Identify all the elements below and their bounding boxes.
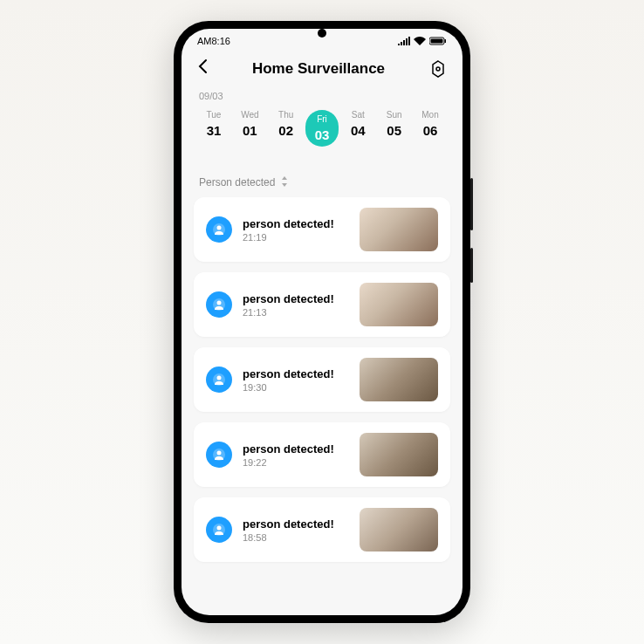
day-number: 31 <box>207 123 222 138</box>
event-item[interactable]: person detected! 21:13 <box>194 272 450 337</box>
event-item[interactable]: person detected! 19:30 <box>194 347 450 412</box>
day-number: 04 <box>351 123 366 138</box>
person-icon <box>206 442 232 468</box>
event-time: 21:13 <box>243 307 349 318</box>
svg-point-7 <box>217 301 222 305</box>
event-thumbnail[interactable] <box>360 508 438 552</box>
filter-label: Person detected <box>199 176 275 188</box>
svg-point-11 <box>217 451 222 456</box>
calendar-strip[interactable]: Tue31Wed01Thu02Fri03Sat04Sun05Mon06 <box>182 105 462 161</box>
calendar-day[interactable]: Sat04 <box>341 110 374 147</box>
event-title: person detected! <box>243 217 349 230</box>
event-time: 19:22 <box>243 457 349 468</box>
person-icon <box>206 517 232 543</box>
event-time: 18:58 <box>243 532 349 543</box>
day-name: Mon <box>421 110 438 120</box>
day-number: 05 <box>387 123 401 138</box>
back-button[interactable] <box>197 58 208 79</box>
calendar-day[interactable]: Tue31 <box>197 110 230 147</box>
volume-button <box>470 178 473 230</box>
wifi-icon <box>414 37 426 45</box>
event-title: person detected! <box>243 292 349 305</box>
day-name: Fri <box>317 114 327 124</box>
event-text: person detected! 21:19 <box>243 217 349 243</box>
event-time: 19:30 <box>243 382 349 393</box>
page-header: Home Surveillance <box>182 50 462 87</box>
day-number: 06 <box>423 123 438 138</box>
calendar-day[interactable]: Thu02 <box>270 110 303 147</box>
day-name: Wed <box>241 110 258 120</box>
svg-point-13 <box>217 526 222 531</box>
person-icon <box>206 291 232 318</box>
event-time: 21:19 <box>243 232 349 243</box>
day-number: 01 <box>243 123 257 138</box>
svg-point-9 <box>217 376 222 380</box>
person-icon <box>206 216 232 243</box>
event-item[interactable]: person detected! 19:22 <box>194 422 450 487</box>
event-item[interactable]: person detected! 21:19 <box>194 197 450 262</box>
phone-frame: AM8:16 Home Surveillance 09/03 Tue31Wed0… <box>174 21 470 623</box>
person-icon <box>206 367 232 393</box>
battery-icon <box>429 37 447 45</box>
event-thumbnail[interactable] <box>360 358 438 401</box>
camera-notch <box>318 29 326 38</box>
svg-point-3 <box>436 67 440 71</box>
event-title: person detected! <box>243 517 349 531</box>
screen: AM8:16 Home Surveillance 09/03 Tue31Wed0… <box>182 29 462 615</box>
event-title: person detected! <box>243 442 349 456</box>
status-time: AM8:16 <box>197 36 230 46</box>
svg-rect-1 <box>431 39 443 44</box>
calendar-day[interactable]: Wed01 <box>233 110 266 147</box>
event-thumbnail[interactable] <box>360 433 438 476</box>
filter-dropdown[interactable]: Person detected <box>182 161 462 197</box>
event-title: person detected! <box>243 367 349 380</box>
event-thumbnail[interactable] <box>360 283 438 326</box>
svg-point-5 <box>217 226 222 230</box>
event-thumbnail[interactable] <box>360 208 438 251</box>
calendar-day[interactable]: Fri03 <box>305 110 339 147</box>
day-name: Sun <box>387 110 402 120</box>
events-list: person detected! 21:19 person detected! … <box>182 197 462 562</box>
settings-button[interactable] <box>429 60 447 78</box>
event-text: person detected! 19:30 <box>243 367 349 393</box>
calendar-day[interactable]: Sun05 <box>378 110 411 147</box>
event-item[interactable]: person detected! 18:58 <box>194 497 450 562</box>
svg-rect-2 <box>445 39 447 43</box>
day-name: Thu <box>278 110 293 120</box>
day-name: Tue <box>207 110 222 120</box>
day-number: 02 <box>278 123 293 138</box>
calendar-day[interactable]: Mon06 <box>414 110 447 147</box>
day-number: 03 <box>315 127 330 142</box>
page-title: Home Surveillance <box>252 60 385 78</box>
status-icons <box>398 37 447 45</box>
gear-icon <box>429 60 447 78</box>
power-button <box>470 248 473 283</box>
event-text: person detected! 18:58 <box>243 517 349 543</box>
event-text: person detected! 21:13 <box>243 292 349 318</box>
event-text: person detected! 19:22 <box>243 442 349 468</box>
day-name: Sat <box>352 110 365 120</box>
sort-icon <box>280 176 289 188</box>
signal-icon <box>398 37 410 45</box>
date-label: 09/03 <box>182 87 462 105</box>
